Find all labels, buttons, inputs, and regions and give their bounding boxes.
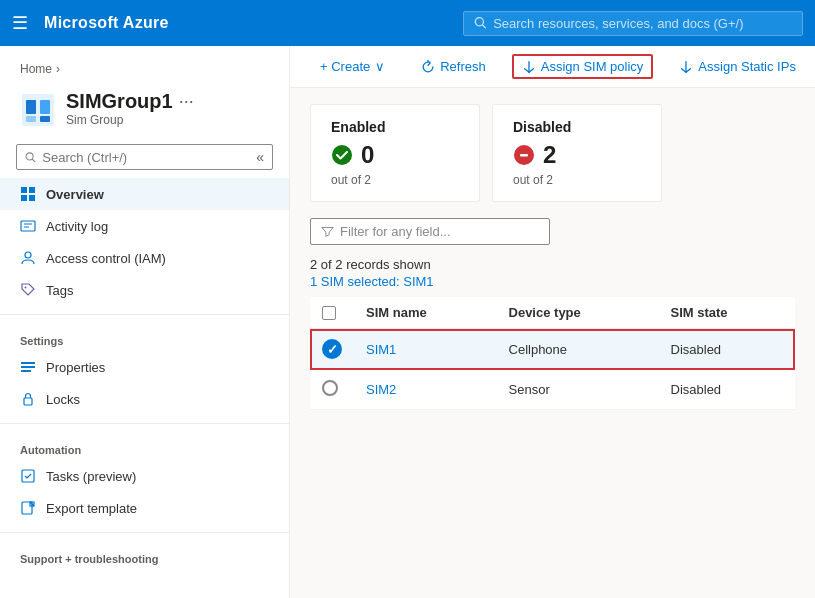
sim-selected-info: 1 SIM selected: SIM1	[310, 274, 795, 289]
global-search-bar[interactable]	[463, 11, 803, 36]
locks-icon	[20, 391, 36, 407]
sidebar-item-properties-label: Properties	[46, 360, 105, 375]
sidebar-item-export-template-label: Export template	[46, 501, 137, 516]
sidebar-item-locks-label: Locks	[46, 392, 80, 407]
sim1-device-type-cell: Cellphone	[497, 329, 659, 370]
table-row[interactable]: ✓ SIM1 Cellphone Disabled	[310, 329, 795, 370]
sim2-name-link[interactable]: SIM2	[366, 382, 396, 397]
sidebar-item-export-template[interactable]: Export template	[0, 492, 289, 524]
sidebar-search-input[interactable]	[42, 150, 250, 165]
sidebar-item-locks[interactable]: Locks	[0, 383, 289, 415]
refresh-icon	[421, 60, 435, 74]
filter-area: Filter for any field...	[290, 218, 815, 253]
sim2-radio-circle[interactable]	[322, 380, 338, 396]
sidebar-item-overview-label: Overview	[46, 187, 104, 202]
sim1-checkbox-cell: ✓	[310, 329, 354, 370]
svg-rect-3	[26, 100, 36, 114]
sidebar-item-activity-log[interactable]: Activity log	[0, 210, 289, 242]
properties-icon	[20, 359, 36, 375]
svg-rect-19	[21, 366, 35, 368]
sidebar-search-icon	[25, 151, 36, 164]
svg-rect-29	[520, 154, 528, 157]
access-control-icon	[20, 250, 36, 266]
sidebar-search-box[interactable]: «	[16, 144, 273, 170]
content-area: + Create ∨ Refresh Assign SIM policy	[290, 46, 815, 598]
sidebar-item-properties[interactable]: Properties	[0, 351, 289, 383]
sidebar: Home › SIMGroup1 ··· Sim Group	[0, 46, 290, 598]
svg-rect-4	[40, 100, 50, 114]
assign-static-icon	[679, 60, 693, 74]
sidebar-item-tags[interactable]: Tags	[0, 274, 289, 306]
sim1-name-link[interactable]: SIM1	[366, 342, 396, 357]
disabled-status-card: Disabled 2 out of 2	[492, 104, 662, 202]
refresh-button[interactable]: Refresh	[411, 54, 496, 79]
export-template-icon	[20, 500, 36, 516]
sidebar-item-tags-label: Tags	[46, 283, 73, 298]
top-navigation-bar: ☰ Microsoft Azure	[0, 0, 815, 46]
sidebar-collapse-button[interactable]: «	[256, 149, 264, 165]
sim1-selected-icon[interactable]: ✓	[322, 339, 342, 359]
table-header-device-type: Device type	[497, 297, 659, 329]
sim2-device-type-cell: Sensor	[497, 370, 659, 410]
enabled-card-value: 0	[331, 141, 459, 169]
sidebar-item-tasks[interactable]: Tasks (preview)	[0, 460, 289, 492]
sidebar-item-overview[interactable]: Overview	[0, 178, 289, 210]
breadcrumb: Home ›	[0, 54, 289, 80]
sim-table-wrapper: SIM name Device type SIM state ✓ SIM1	[290, 297, 815, 410]
main-layout: Home › SIMGroup1 ··· Sim Group	[0, 46, 815, 598]
hamburger-menu-icon[interactable]: ☰	[12, 12, 28, 34]
assign-sim-policy-button[interactable]: Assign SIM policy	[512, 54, 654, 79]
refresh-label: Refresh	[440, 59, 486, 74]
sim2-sim-state-cell: Disabled	[659, 370, 795, 410]
filter-placeholder: Filter for any field...	[340, 224, 451, 239]
sidebar-item-access-control-label: Access control (IAM)	[46, 251, 166, 266]
records-info: 2 of 2 records shown 1 SIM selected: SIM…	[290, 253, 815, 297]
create-chevron-icon: ∨	[375, 59, 385, 74]
enabled-card-title: Enabled	[331, 119, 459, 135]
create-button[interactable]: + Create ∨	[310, 54, 395, 79]
support-section-header: Support + troubleshooting	[0, 541, 289, 569]
sim2-name-cell: SIM2	[354, 370, 497, 410]
search-icon	[474, 16, 487, 30]
sim-table: SIM name Device type SIM state ✓ SIM1	[310, 297, 795, 410]
sidebar-divider-2	[0, 423, 289, 424]
svg-rect-12	[29, 195, 35, 201]
disabled-error-icon	[513, 144, 535, 166]
activity-log-icon	[20, 218, 36, 234]
sidebar-item-tasks-label: Tasks (preview)	[46, 469, 136, 484]
records-count: 2 of 2 records shown	[310, 257, 795, 272]
svg-rect-22	[22, 470, 34, 482]
sim1-sim-state-cell: Disabled	[659, 329, 795, 370]
svg-point-16	[25, 252, 31, 258]
resource-title: SIMGroup1 ···	[66, 90, 269, 113]
svg-rect-5	[26, 116, 36, 122]
svg-point-17	[25, 287, 27, 289]
filter-input[interactable]: Filter for any field...	[310, 218, 550, 245]
global-search-input[interactable]	[493, 16, 792, 31]
sidebar-item-access-control[interactable]: Access control (IAM)	[0, 242, 289, 274]
table-row[interactable]: SIM2 Sensor Disabled	[310, 370, 795, 410]
automation-section-header: Automation	[0, 432, 289, 460]
assign-sim-icon	[522, 60, 536, 74]
resource-subtitle: Sim Group	[66, 113, 269, 127]
table-select-all-checkbox[interactable]	[322, 306, 336, 320]
sim-group-icon	[20, 92, 56, 128]
sidebar-divider-3	[0, 532, 289, 533]
tasks-icon	[20, 468, 36, 484]
enabled-card-sub: out of 2	[331, 173, 459, 187]
table-header-sim-state: SIM state	[659, 297, 795, 329]
assign-static-ips-label: Assign Static IPs	[698, 59, 796, 74]
tags-icon	[20, 282, 36, 298]
svg-rect-20	[21, 370, 31, 372]
resource-ellipsis-button[interactable]: ···	[179, 91, 194, 112]
filter-icon	[321, 225, 334, 238]
disabled-card-value: 2	[513, 141, 641, 169]
assign-static-ips-button[interactable]: Assign Static IPs	[669, 54, 806, 79]
create-label: + Create	[320, 59, 370, 74]
disabled-card-title: Disabled	[513, 119, 641, 135]
enabled-check-icon	[331, 144, 353, 166]
breadcrumb-home[interactable]: Home	[20, 62, 52, 76]
sim1-name-cell: SIM1	[354, 329, 497, 370]
status-cards-container: Enabled 0 out of 2 Disabled	[290, 88, 815, 218]
sidebar-divider-1	[0, 314, 289, 315]
